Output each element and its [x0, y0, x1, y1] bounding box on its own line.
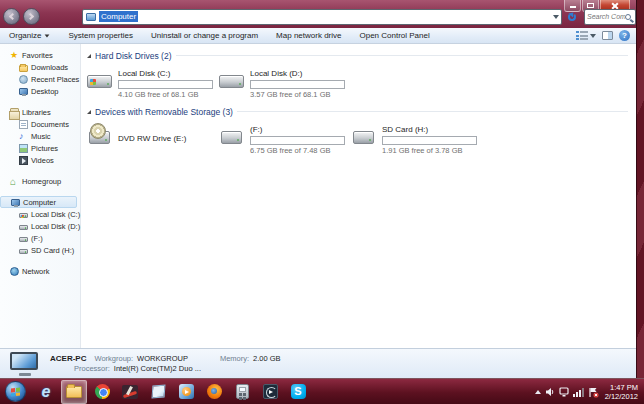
taskbar-media-player-button[interactable]: [173, 380, 199, 404]
preview-pane-button[interactable]: [602, 31, 613, 40]
collapse-triangle-icon[interactable]: [87, 54, 91, 58]
drive-tile-h[interactable]: SD Card (H:) 1.91 GB free of 3.78 GB: [350, 121, 482, 157]
section-header-hard-disks[interactable]: Hard Disk Drives (2): [86, 49, 632, 62]
firefox-icon: [207, 384, 222, 399]
media-player-classic-icon: [263, 384, 278, 399]
show-hidden-icons-button[interactable]: [535, 390, 541, 394]
taskbar-clock[interactable]: 1:47 PM 2/12/2012: [603, 383, 642, 401]
sidebar-group-network[interactable]: Network: [0, 265, 80, 277]
system-drive-icon: [19, 213, 28, 218]
volume-icon[interactable]: [545, 387, 555, 397]
sidebar-item-local-disk-d[interactable]: Local Disk (D:): [0, 220, 80, 232]
taskbar-firefox-button[interactable]: [201, 380, 227, 404]
clock-time: 1:47 PM: [610, 383, 638, 392]
videos-icon: [19, 156, 28, 165]
taskbar: e 1:47 PM 2/12/2012: [0, 378, 644, 404]
recent-places-icon: [19, 75, 28, 84]
windows-logo-icon: [11, 387, 20, 396]
sidebar-group-computer[interactable]: Computer: [0, 196, 77, 208]
taskbar-skype-button[interactable]: [285, 380, 311, 404]
drive-tile-f[interactable]: (F:) 6.75 GB free of 7.48 GB: [218, 121, 350, 157]
search-input[interactable]: [587, 13, 625, 20]
chevron-down-icon: [45, 34, 50, 37]
command-toolbar: Organize System properties Uninstall or …: [0, 28, 636, 44]
start-button[interactable]: [5, 381, 26, 402]
system-properties-button[interactable]: System properties: [59, 28, 141, 43]
network-signal-icon[interactable]: [573, 387, 584, 397]
collapse-triangle-icon[interactable]: [87, 110, 91, 114]
taskbar-calculator-button[interactable]: [229, 380, 255, 404]
window-body: ★ Favorites Downloads Recent Places Desk…: [0, 44, 636, 348]
sidebar-item-pictures[interactable]: Pictures: [0, 142, 80, 154]
drive-tile-e[interactable]: DVD RW Drive (E:): [86, 121, 218, 157]
section-header-removable[interactable]: Devices with Removable Storage (3): [86, 105, 632, 118]
action-center-flag-icon[interactable]: [588, 387, 599, 398]
hard-drive-icon: [19, 225, 28, 230]
back-button[interactable]: [3, 8, 20, 25]
sidebar-item-local-disk-c[interactable]: Local Disk (C:): [0, 208, 80, 220]
help-button[interactable]: [619, 30, 630, 41]
file-list-area: Hard Disk Drives (2) Local Disk (C:) 4.1…: [81, 44, 636, 348]
libraries-icon: [10, 108, 19, 117]
change-view-button[interactable]: [576, 31, 596, 40]
drive-free-space: 1.91 GB free of 3.78 GB: [382, 146, 482, 155]
workgroup-label: Workgroup:: [94, 354, 133, 364]
search-box[interactable]: [584, 9, 636, 25]
drive-free-space: 4.10 GB free of 68.1 GB: [118, 90, 218, 99]
refresh-button[interactable]: [564, 9, 580, 25]
toolbar-right-icons: [576, 28, 630, 43]
sidebar-group-favorites[interactable]: ★ Favorites: [0, 49, 80, 61]
address-location-text[interactable]: Computer: [99, 11, 138, 22]
taskbar-pen-tool-button[interactable]: [117, 380, 143, 404]
map-network-drive-button[interactable]: Map network drive: [267, 28, 350, 43]
forward-icon: [27, 13, 34, 20]
removable-drive-icon: [19, 237, 28, 242]
sidebar-item-music[interactable]: ♪ Music: [0, 130, 80, 142]
sd-card-icon: [19, 249, 28, 254]
removable-drive-icon: [218, 123, 246, 153]
organize-label: Organize: [9, 31, 41, 40]
address-dropdown-icon[interactable]: [553, 15, 559, 19]
folder-icon: [66, 386, 82, 398]
sidebar-item-downloads[interactable]: Downloads: [0, 61, 80, 73]
views-icon: [576, 31, 588, 40]
organize-menu-button[interactable]: Organize: [0, 28, 59, 43]
clock-date: 2/12/2012: [605, 392, 638, 401]
sidebar-item-drive-f[interactable]: (F:): [0, 232, 80, 244]
pen-tool-icon: [122, 385, 138, 399]
taskbar-media-player-classic-button[interactable]: [257, 380, 283, 404]
drive-tile-c[interactable]: Local Disk (C:) 4.10 GB free of 68.1 GB: [86, 65, 218, 101]
processor-value: Intel(R) Core(TM)2 Duo ...: [114, 364, 201, 374]
drive-name: Local Disk (C:): [118, 69, 218, 79]
sidebar-item-recent-places[interactable]: Recent Places: [0, 73, 80, 85]
uninstall-program-button[interactable]: Uninstall or change a program: [142, 28, 267, 43]
open-control-panel-button[interactable]: Open Control Panel: [350, 28, 438, 43]
computer-icon: [11, 199, 20, 206]
sticky-notes-icon: [151, 385, 165, 399]
sidebar-item-desktop[interactable]: Desktop: [0, 85, 80, 97]
safely-remove-hardware-icon[interactable]: [559, 387, 569, 397]
forward-button[interactable]: [23, 8, 40, 25]
taskbar-windows-explorer-button[interactable]: [61, 380, 87, 404]
title-bar: Computer: [0, 0, 636, 28]
workgroup-value: WORKGROUP: [137, 354, 188, 364]
skype-icon: [291, 384, 306, 399]
taskbar-internet-explorer-button[interactable]: e: [33, 380, 59, 404]
back-icon: [9, 13, 16, 20]
system-tray: 1:47 PM 2/12/2012: [535, 379, 642, 404]
capacity-bar: [382, 136, 477, 145]
taskbar-sticky-notes-button[interactable]: [145, 380, 171, 404]
sidebar-item-documents[interactable]: Documents: [0, 118, 80, 130]
taskbar-chrome-button[interactable]: [89, 380, 115, 404]
section-title: Hard Disk Drives (2): [95, 51, 172, 61]
sidebar-group-libraries[interactable]: Libraries: [0, 106, 80, 118]
address-bar[interactable]: Computer: [82, 9, 562, 25]
drive-tile-d[interactable]: Local Disk (D:) 3.57 GB free of 68.1 GB: [218, 65, 350, 101]
sidebar-group-homegroup[interactable]: ⌂ Homegroup: [0, 175, 80, 187]
sidebar-item-videos[interactable]: Videos: [0, 154, 80, 166]
sidebar-item-sd-card-h[interactable]: SD Card (H:): [0, 244, 80, 256]
navigation-row: Computer: [0, 7, 636, 26]
capacity-bar: [250, 80, 345, 89]
removable-storage-tiles: DVD RW Drive (E:) (F:) 6.75 GB free of 7…: [86, 121, 632, 157]
dvd-drive-icon: [86, 123, 114, 153]
